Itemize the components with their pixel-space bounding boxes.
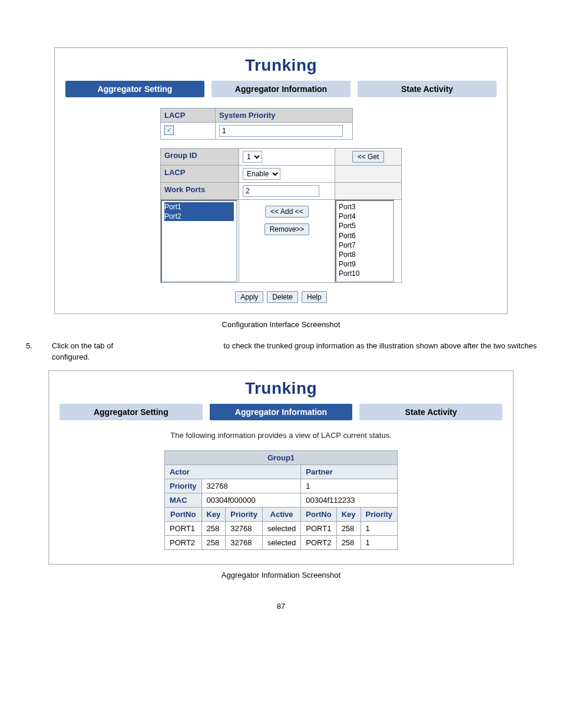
- col-actor-active: Active: [262, 507, 300, 521]
- info-description: The following information provides a vie…: [57, 431, 505, 440]
- tab-aggregator-information[interactable]: Aggregator Information: [210, 404, 353, 420]
- work-ports-input[interactable]: [243, 185, 319, 197]
- group-info-table: Group1 Actor Partner Priority 32768 1 MA…: [164, 450, 398, 550]
- work-ports-label: Work Ports: [161, 183, 239, 200]
- screenshot-caption-1: Configuration Interface Screenshot: [24, 320, 538, 329]
- list-item[interactable]: Port7: [339, 241, 391, 250]
- selected-ports-list[interactable]: Port1 Port2: [161, 200, 237, 282]
- actor-header: Actor: [164, 465, 300, 479]
- apply-button[interactable]: Apply: [235, 291, 263, 303]
- available-ports-list[interactable]: Port3 Port4 Port5 Port6 Port7 Port8 Port…: [335, 200, 394, 282]
- table-row: PORT2 258 32768 selected PORT2 258 1: [164, 535, 397, 549]
- footer-button-row: Apply Delete Help: [160, 291, 402, 303]
- cell: 258: [201, 535, 226, 549]
- tab-bar: Aggregator Setting Aggregator Informatio…: [63, 81, 499, 97]
- cell: selected: [262, 521, 300, 535]
- mac-label: MAC: [164, 493, 201, 507]
- table-row: PORT1 258 32768 selected PORT1 258 1: [164, 521, 397, 535]
- cell: PORT1: [301, 521, 336, 535]
- tab-state-activity[interactable]: State Activity: [359, 404, 503, 420]
- screenshot-caption-2: Aggregator Information Screenshot: [24, 571, 538, 579]
- tab-state-activity[interactable]: State Activity: [358, 81, 497, 97]
- step-text-after: to check the trunked group information a…: [52, 341, 537, 361]
- list-item[interactable]: Port10: [339, 269, 391, 278]
- instruction-paragraph: 5. Click on the tab of to check the trun…: [26, 341, 538, 363]
- add-button[interactable]: << Add <<: [265, 206, 308, 218]
- col-partner-portno: PortNo: [301, 507, 336, 521]
- list-item[interactable]: Port9: [339, 259, 391, 269]
- list-item[interactable]: Port2: [164, 212, 234, 221]
- cell: 1: [361, 535, 398, 549]
- page-title: Trunking: [63, 56, 499, 75]
- cell: selected: [262, 535, 300, 549]
- col-partner-key: Key: [336, 507, 361, 521]
- col-partner-priority: Priority: [361, 507, 398, 521]
- cell: PORT2: [301, 535, 336, 549]
- partner-priority: 1: [301, 479, 398, 493]
- delete-button[interactable]: Delete: [267, 291, 298, 303]
- screenshot-aggregator-information: Trunking Aggregator Setting Aggregator I…: [48, 370, 514, 565]
- cell: 32768: [226, 535, 263, 549]
- tab-aggregator-setting[interactable]: Aggregator Setting: [59, 404, 203, 420]
- system-priority-input[interactable]: [219, 125, 343, 137]
- col-actor-key: Key: [201, 507, 226, 521]
- col-actor-priority: Priority: [226, 507, 263, 521]
- col-actor-portno: PortNo: [164, 507, 201, 521]
- get-button[interactable]: << Get: [352, 151, 385, 163]
- cell: 258: [336, 521, 361, 535]
- step-text-before: Click on the tab of: [52, 341, 113, 350]
- cell: 258: [336, 535, 361, 549]
- help-button[interactable]: Help: [302, 291, 327, 303]
- list-item[interactable]: Port3: [339, 202, 391, 212]
- system-priority-header: System Priority: [216, 108, 353, 123]
- tab-aggregator-information[interactable]: Aggregator Information: [211, 81, 351, 97]
- lacp-checkbox[interactable]: ✓: [164, 126, 174, 135]
- list-item[interactable]: Port8: [339, 250, 391, 259]
- list-item[interactable]: Port6: [339, 231, 391, 241]
- list-item[interactable]: Port5: [339, 221, 391, 230]
- lacp-header: LACP: [161, 108, 216, 123]
- priority-label: Priority: [164, 479, 201, 493]
- cell: 258: [201, 521, 226, 535]
- screenshot-aggregator-setting: Trunking Aggregator Setting Aggregator I…: [54, 47, 508, 314]
- group-setting-table: Group ID 1 << Get LACP: [160, 148, 402, 283]
- page-number: 87: [24, 602, 538, 611]
- lacp-row-label: LACP: [161, 166, 239, 183]
- cell: PORT2: [164, 535, 201, 549]
- actor-priority: 32768: [201, 479, 301, 493]
- tab-aggregator-setting[interactable]: Aggregator Setting: [65, 81, 204, 97]
- remove-button[interactable]: Remove>>: [265, 223, 310, 235]
- partner-mac: 00304f112233: [301, 493, 398, 507]
- group-id-label: Group ID: [161, 149, 239, 166]
- lacp-system-priority-table: LACP System Priority ✓: [160, 108, 353, 140]
- actor-mac: 00304f000000: [201, 493, 301, 507]
- tab-bar: Aggregator Setting Aggregator Informatio…: [57, 404, 505, 420]
- cell: 1: [361, 521, 398, 535]
- page-title: Trunking: [57, 379, 505, 398]
- partner-header: Partner: [301, 465, 398, 479]
- group-header: Group1: [164, 450, 397, 465]
- lacp-enable-select[interactable]: Enable: [243, 168, 280, 180]
- list-item[interactable]: Port4: [339, 212, 391, 221]
- cell: 32768: [226, 521, 263, 535]
- step-number: 5.: [26, 341, 39, 363]
- list-item[interactable]: Port1: [164, 202, 234, 212]
- group-id-select[interactable]: 1: [243, 151, 262, 163]
- cell: PORT1: [164, 521, 201, 535]
